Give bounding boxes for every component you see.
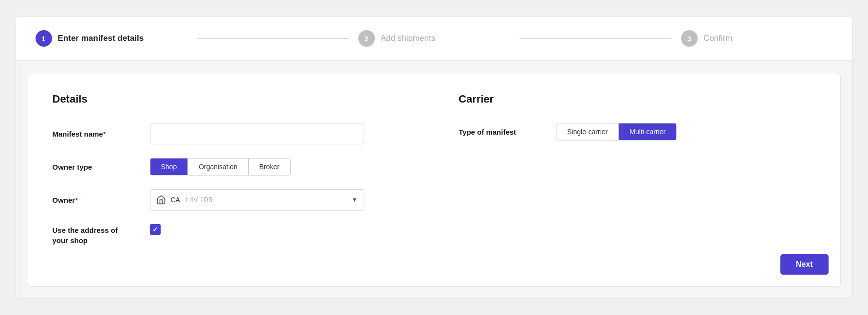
details-title: Details: [53, 93, 410, 105]
owner-row: Owner* CA - L4V 1R5: [53, 189, 410, 210]
owner-type-organisation-button[interactable]: Organisation: [188, 158, 248, 175]
step-3: 3 Confirm: [681, 30, 833, 47]
owner-type-broker-button[interactable]: Broker: [249, 158, 290, 175]
carrier-panel: Carrier Type of manifest Single-carrier …: [434, 73, 840, 286]
main-content: Details Manifest name* Owner type Shop O…: [28, 73, 841, 287]
step-1-circle: 1: [36, 30, 52, 47]
owner-value-text: CA - L4V 1R5: [171, 196, 213, 204]
address-control: ✓: [150, 224, 410, 235]
single-carrier-button[interactable]: Single-carrier: [556, 123, 619, 140]
owner-type-control: Shop Organisation Broker: [150, 158, 410, 175]
manifest-name-input[interactable]: [150, 123, 364, 144]
address-row: Use the address ofyour shop ✓: [53, 224, 410, 245]
manifest-name-row: Manifest name*: [53, 123, 410, 144]
owner-control: CA - L4V 1R5 ▼: [150, 189, 410, 210]
step-2-label: Add shipments: [381, 34, 435, 43]
owner-dropdown-arrow-icon: ▼: [352, 196, 358, 203]
manifest-name-label: Manifest name*: [53, 130, 150, 138]
carrier-type-toggle-group: Single-carrier Multi-carrier: [556, 123, 677, 140]
step-line-1: [197, 38, 349, 39]
multi-carrier-button[interactable]: Multi-carrier: [619, 123, 676, 140]
step-1: 1 Enter manifest details: [36, 30, 187, 47]
next-button[interactable]: Next: [780, 254, 829, 275]
step-3-circle: 3: [681, 30, 698, 47]
step-3-label: Confirm: [703, 34, 733, 43]
address-checkbox[interactable]: ✓: [150, 224, 161, 235]
owner-type-toggle-group: Shop Organisation Broker: [150, 158, 291, 175]
carrier-type-row: Type of manifest Single-carrier Multi-ca…: [459, 123, 816, 140]
step-line-2: [519, 38, 671, 39]
carrier-type-label: Type of manifest: [459, 128, 556, 136]
step-2: 2 Add shipments: [358, 30, 510, 47]
carrier-title: Carrier: [459, 93, 816, 105]
owner-dropdown-inner: CA - L4V 1R5: [156, 195, 352, 205]
checkmark-icon: ✓: [152, 226, 158, 233]
owner-type-shop-button[interactable]: Shop: [150, 158, 188, 175]
carrier-type-control: Single-carrier Multi-carrier: [556, 123, 816, 140]
page-wrapper: 1 Enter manifest details 2 Add shipments…: [16, 16, 853, 299]
stepper: 1 Enter manifest details 2 Add shipments…: [16, 17, 852, 61]
owner-type-label: Owner type: [53, 163, 150, 171]
address-label: Use the address ofyour shop: [53, 224, 150, 245]
shop-icon: [156, 195, 166, 205]
owner-type-row: Owner type Shop Organisation Broker: [53, 158, 410, 175]
manifest-name-control: [150, 123, 410, 144]
step-2-circle: 2: [358, 30, 375, 47]
step-1-label: Enter manifest details: [58, 34, 144, 43]
owner-dropdown[interactable]: CA - L4V 1R5 ▼: [150, 189, 364, 210]
details-panel: Details Manifest name* Owner type Shop O…: [28, 73, 435, 286]
owner-label: Owner*: [53, 196, 150, 204]
